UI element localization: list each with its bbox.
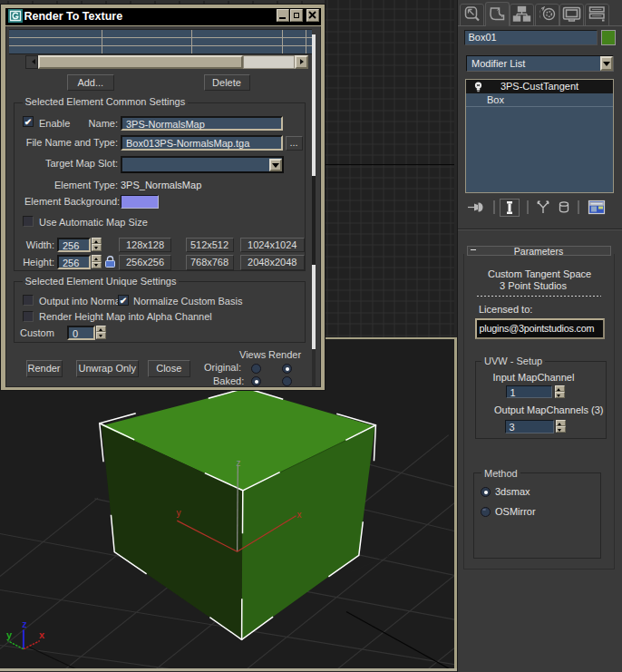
- svg-text:z: z: [22, 618, 27, 628]
- svg-text:z: z: [237, 457, 241, 467]
- svg-text:x: x: [39, 628, 45, 639]
- svg-text:y: y: [6, 628, 13, 639]
- svg-text:x: x: [297, 509, 302, 519]
- svg-text:y: y: [177, 507, 181, 517]
